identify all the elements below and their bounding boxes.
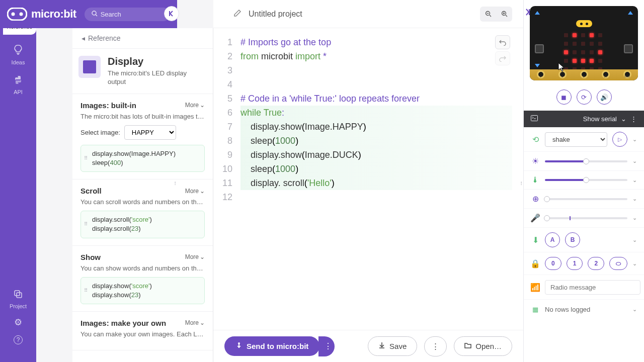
light-slider[interactable] bbox=[545, 160, 627, 162]
image-select[interactable]: HAPPY bbox=[124, 125, 176, 140]
microbit-face-icon bbox=[576, 20, 592, 27]
reference-title: Display bbox=[108, 56, 204, 67]
editor-bottom-bar: Send to micro:bit ⋮ Save ⋮ Open… bbox=[213, 330, 523, 362]
chevron-down-icon[interactable]: ⌄ bbox=[632, 136, 637, 143]
chevron-down-icon[interactable]: ⌄ bbox=[632, 306, 637, 313]
sim-pin-1[interactable]: 1 bbox=[567, 257, 583, 270]
redo-button[interactable] bbox=[495, 51, 510, 65]
terminal-icon bbox=[531, 115, 538, 123]
serial-bar: Show serial ⌄ ⋮ bbox=[524, 111, 644, 127]
reference-back-link[interactable]: ◂ Reference bbox=[72, 28, 213, 49]
splitter-right[interactable]: ⠇ bbox=[520, 181, 523, 187]
zoom-out-button[interactable] bbox=[481, 8, 495, 21]
sound-slider[interactable] bbox=[545, 217, 627, 219]
sim-pins-row: 🔒 0 1 2 ⬭ ⌄ bbox=[524, 252, 644, 275]
brand-name: micro:bit bbox=[31, 8, 76, 21]
snippet-scroll[interactable]: ⠿ display.scroll('score') display.scroll… bbox=[80, 211, 205, 238]
send-to-microbit-button[interactable]: Send to micro:bit bbox=[224, 336, 319, 356]
nav-api[interactable]: API bbox=[14, 75, 23, 95]
zoom-in-button[interactable] bbox=[497, 8, 511, 21]
search-input[interactable]: Search bbox=[85, 8, 170, 21]
sim-button-a[interactable] bbox=[535, 44, 544, 53]
chevron-down-icon[interactable]: ⌄ bbox=[632, 260, 637, 267]
sim-pin-logo[interactable]: ⬭ bbox=[609, 257, 627, 270]
antenna-icon bbox=[535, 11, 540, 15]
chevron-down-icon[interactable]: ⌄ bbox=[632, 196, 637, 202]
more-link[interactable]: More ⌄ bbox=[185, 188, 205, 195]
drag-handle-icon: ⠿ bbox=[84, 221, 87, 228]
sim-pin-0[interactable]: 0 bbox=[545, 257, 561, 270]
snippet-show[interactable]: ⠿ display.show('score') display.show(23) bbox=[80, 277, 205, 304]
mic-icon: 🎤 bbox=[531, 213, 540, 223]
sim-pin-2[interactable]: 2 bbox=[588, 257, 604, 270]
drag-handle-icon: ⠿ bbox=[84, 287, 87, 294]
sim-temp-row: 🌡 ⌄ bbox=[524, 171, 644, 190]
pencil-icon[interactable] bbox=[233, 9, 242, 19]
sim-mute-button[interactable]: 🔊 bbox=[597, 89, 612, 105]
more-link[interactable]: More ⌄ bbox=[185, 319, 205, 326]
nav-ideas[interactable]: Ideas bbox=[12, 45, 25, 65]
nav-project[interactable]: Project bbox=[10, 290, 27, 309]
lock-icon: 🔒 bbox=[531, 259, 540, 268]
gesture-play-button[interactable]: ▷ bbox=[612, 132, 627, 147]
collapse-sidebar-button[interactable] bbox=[164, 6, 179, 21]
sim-button-b[interactable] bbox=[624, 44, 633, 53]
expand-sim-button[interactable] bbox=[523, 8, 531, 18]
sim-stop-button[interactable]: ◼ bbox=[556, 89, 572, 105]
nav-help[interactable]: ? bbox=[10, 335, 27, 344]
sim-press-b[interactable]: B bbox=[565, 232, 580, 247]
gesture-icon: ⟲ bbox=[531, 135, 540, 144]
antenna-icon bbox=[628, 11, 633, 15]
show-serial-toggle[interactable]: Show serial bbox=[583, 115, 617, 123]
sim-reset-button[interactable]: ⟳ bbox=[577, 89, 592, 105]
copy-icon bbox=[14, 290, 23, 301]
chevron-down-icon: ⌄ bbox=[200, 253, 205, 260]
zoom-controls bbox=[480, 7, 512, 22]
svg-line-4 bbox=[96, 15, 97, 16]
compass-slider[interactable] bbox=[545, 198, 627, 200]
thermometer-icon: 🌡 bbox=[531, 175, 540, 185]
chevron-down-icon[interactable]: ⌄ bbox=[632, 215, 637, 221]
more-link[interactable]: More ⌄ bbox=[185, 253, 205, 260]
svg-rect-16 bbox=[531, 116, 538, 121]
project-name-input[interactable]: Untitled project bbox=[249, 10, 473, 19]
search-icon bbox=[92, 11, 98, 18]
download-icon: ⬇ bbox=[531, 235, 540, 245]
svg-point-3 bbox=[92, 11, 96, 15]
simulator-board: 0123VGND bbox=[530, 6, 638, 80]
section-images-builtin: Images: built-in More ⌄ The micro:bit ha… bbox=[72, 94, 213, 179]
send-more-button[interactable]: ⋮ bbox=[318, 336, 335, 356]
radio-icon: 📶 bbox=[531, 283, 540, 292]
download-icon bbox=[378, 342, 385, 350]
splitter-left[interactable]: ⠇ bbox=[174, 181, 177, 187]
simulator-panel: 0123VGND ◼ ⟳ 🔊 Show serial ⌄ ⋮ ⟲ shake ▷… bbox=[523, 0, 644, 362]
microbit-logo-icon bbox=[7, 8, 27, 21]
nav-settings[interactable]: ⚙ bbox=[10, 317, 27, 328]
sim-compass-row: ⊕ ⌄ bbox=[524, 190, 644, 209]
edge-connector: 0123VGND bbox=[530, 69, 638, 80]
sim-press-a[interactable]: A bbox=[545, 232, 560, 247]
open-button[interactable]: Open… bbox=[454, 336, 512, 356]
left-nav-rail: Reference Ideas API Project ⚙ ? bbox=[0, 0, 36, 362]
save-button[interactable]: Save bbox=[368, 336, 417, 356]
more-link[interactable]: More ⌄ bbox=[185, 102, 205, 109]
python-icon bbox=[14, 75, 23, 87]
temp-slider[interactable] bbox=[545, 179, 627, 181]
undo-button[interactable] bbox=[495, 35, 510, 49]
chevron-down-icon[interactable]: ⌄ bbox=[632, 237, 637, 243]
chevron-down-icon[interactable]: ⌄ bbox=[621, 115, 626, 123]
chevron-down-icon[interactable]: ⌄ bbox=[632, 158, 637, 164]
save-more-button[interactable]: ⋮ bbox=[424, 336, 447, 356]
editor-toolbar: Untitled project bbox=[213, 0, 523, 28]
radio-message-input[interactable] bbox=[545, 280, 640, 295]
section-scroll: Scroll More ⌄ You can scroll words and n… bbox=[72, 179, 213, 245]
code-editor[interactable]: 123456789101112 # Imports go at the topf… bbox=[213, 28, 523, 330]
snippet-images-builtin[interactable]: ⠿ display.show(Image.HAPPY) sleep(400) bbox=[80, 145, 205, 172]
sim-sound-row: 🎤 ⌄ bbox=[524, 209, 644, 228]
svg-point-1 bbox=[12, 13, 15, 16]
display-topic-icon bbox=[78, 56, 101, 78]
chevron-down-icon[interactable]: ⌄ bbox=[632, 177, 637, 184]
more-icon[interactable]: ⋮ bbox=[630, 115, 637, 123]
line-gutter: 123456789101112 bbox=[222, 35, 240, 330]
gesture-select[interactable]: shake bbox=[545, 132, 607, 147]
